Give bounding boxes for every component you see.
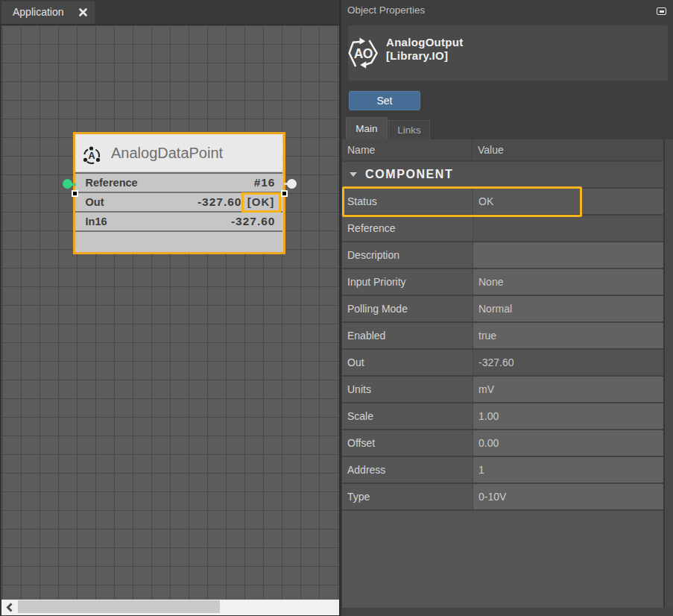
svg-text:A: A	[88, 151, 95, 161]
svg-text:AO: AO	[354, 46, 373, 61]
